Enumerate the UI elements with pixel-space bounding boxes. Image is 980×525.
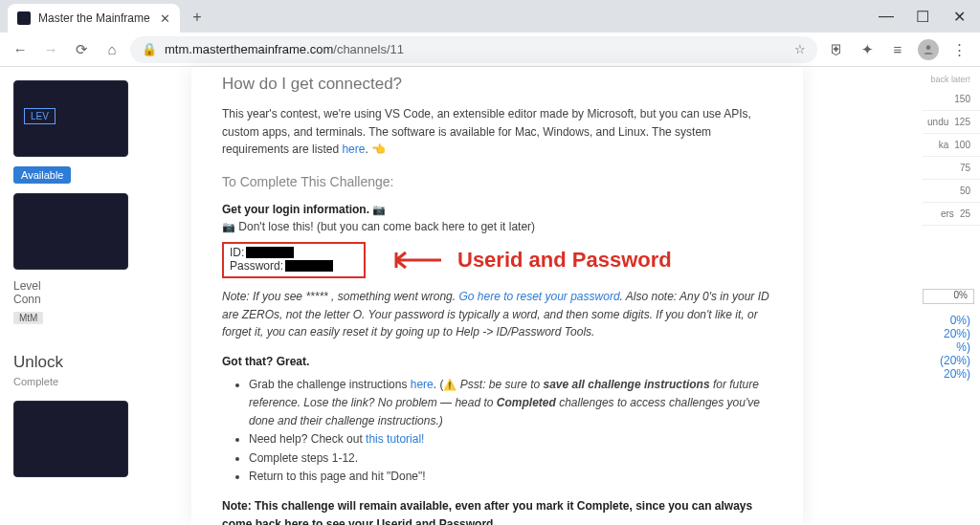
card-label: Level xyxy=(13,279,182,293)
page-body: LEV Available Level Conn MtM Unlock Comp… xyxy=(0,67,980,525)
forward-icon[interactable]: → xyxy=(38,37,63,62)
got-that: Got that? Great. xyxy=(222,353,772,371)
score: 75 xyxy=(960,163,970,173)
browser-tab[interactable]: Master the Mainframe ✕ xyxy=(8,4,180,33)
extensions-icon[interactable]: ✦ xyxy=(854,37,880,62)
list-item: Return to this page and hit "Done"! xyxy=(249,468,772,486)
lock-icon: 🔒 xyxy=(142,42,157,56)
name-frag: undu xyxy=(927,117,948,127)
back-icon[interactable]: ← xyxy=(8,37,33,62)
text-bold: save all challenge instructions xyxy=(544,378,710,391)
text: Don't lose this! (but you can come back … xyxy=(235,220,535,233)
address-bar[interactable]: 🔒 mtm.masterthemainframe.com/channels/11… xyxy=(130,36,817,63)
credentials-box: ID: Password: xyxy=(222,242,366,278)
browser-titlebar: Master the Mainframe ✕ + — ☐ ✕ xyxy=(0,0,980,33)
list-item: Need help? Check out this tutorial! xyxy=(249,430,772,448)
text: . ( xyxy=(434,378,444,391)
annotation: Userid and Password xyxy=(389,248,672,273)
score: 25 xyxy=(960,208,970,219)
browser-navbar: ← → ⟳ ⌂ 🔒 mtm.masterthemainframe.com/cha… xyxy=(0,33,980,67)
text: Note: If you see ***** , something went … xyxy=(222,290,458,303)
tab-favicon xyxy=(17,11,31,25)
score: 100 xyxy=(954,140,970,150)
progress-text: 0% xyxy=(954,290,968,300)
background-sidebar: LEV Available Level Conn MtM Unlock Comp… xyxy=(0,67,182,525)
text: Grab the challenge instructions xyxy=(249,378,411,391)
list-item: Complete steps 1-12. xyxy=(249,449,772,468)
annotation-text: Userid and Password xyxy=(457,248,672,273)
id-redacted xyxy=(246,247,294,258)
password-label: Password: xyxy=(230,259,283,273)
reset-password-link[interactable]: Go here to reset your password xyxy=(458,290,619,303)
progress-bar: 0% xyxy=(923,289,974,304)
intro-paragraph: This year's contest, we're using VS Code… xyxy=(222,105,772,159)
pointing-hand-icon: 👈 xyxy=(371,142,386,156)
camera-icon: 📷 xyxy=(372,204,386,215)
svg-point-0 xyxy=(926,45,931,50)
camera-icon: 📷 xyxy=(222,221,235,232)
minimize-icon[interactable]: — xyxy=(869,3,903,30)
arrow-left-icon xyxy=(389,249,442,272)
name-frag: ka xyxy=(939,140,949,150)
new-tab-button[interactable]: + xyxy=(186,6,209,29)
shield-icon[interactable]: ⛨ xyxy=(823,37,850,62)
available-badge: Available xyxy=(13,166,71,184)
stat-link[interactable]: %) xyxy=(923,340,980,354)
dont-lose-line: 📷 Don't lose this! (but you can come bac… xyxy=(222,218,772,236)
get-login-line: Get your login information. 📷 xyxy=(222,201,772,219)
tutorial-link[interactable]: this tutorial! xyxy=(366,432,424,446)
tab-close-icon[interactable]: ✕ xyxy=(160,11,170,26)
score: 125 xyxy=(954,117,970,127)
challenge-modal: How do I get connected? This year's cont… xyxy=(191,67,803,525)
background-leaderboard: back later! 150 undu125 ka100 75 50 ers2… xyxy=(923,67,980,525)
text-bold: Get your login information. xyxy=(222,203,369,216)
heading-connected: How do I get connected? xyxy=(222,75,772,94)
note-reset: Note: If you see ***** , something went … xyxy=(222,288,772,341)
level-card[interactable] xyxy=(13,401,128,477)
level-card[interactable]: LEV xyxy=(13,80,128,157)
reading-list-icon[interactable]: ≡ xyxy=(884,37,911,62)
list-item: Grab the challenge instructions here. (⚠… xyxy=(249,376,772,429)
system-req-link[interactable]: here xyxy=(342,142,365,156)
reload-icon[interactable]: ⟳ xyxy=(69,37,94,62)
stat-link[interactable]: 20%) xyxy=(923,327,980,340)
sub-heading: To Complete This Challenge: xyxy=(222,174,772,189)
text: Psst: be sure to xyxy=(457,378,543,391)
menu-icon[interactable]: ⋮ xyxy=(946,37,972,62)
password-redacted xyxy=(285,260,333,272)
text: Need help? Check out xyxy=(249,432,366,446)
maximize-icon[interactable]: ☐ xyxy=(905,3,940,30)
text-bold: Completed xyxy=(497,396,556,409)
mtm-tag: MtM xyxy=(13,312,43,324)
home-icon[interactable]: ⌂ xyxy=(100,37,124,62)
stat-link[interactable]: 0%) xyxy=(923,314,980,327)
warning-icon: ⚠️ xyxy=(443,379,457,390)
bookmark-star-icon[interactable]: ☆ xyxy=(794,42,806,56)
score: 150 xyxy=(954,94,970,104)
window-controls: — ☐ ✕ xyxy=(869,0,980,33)
card-label: Conn xyxy=(13,293,182,306)
url-path: /channels/11 xyxy=(333,42,404,56)
stat-link[interactable]: (20%) xyxy=(923,354,980,367)
tab-title: Master the Mainframe xyxy=(38,11,150,25)
text: This year's contest, we're using VS Code… xyxy=(222,107,751,156)
unlock-heading: Unlock xyxy=(13,353,182,372)
note-remain: Note: This challenge will remain availab… xyxy=(222,497,772,525)
close-window-icon[interactable]: ✕ xyxy=(942,3,976,30)
profile-avatar[interactable] xyxy=(915,37,942,62)
id-label: ID: xyxy=(230,246,244,259)
unlock-sub: Complete xyxy=(13,376,182,387)
stat-link[interactable]: 20%) xyxy=(923,367,980,381)
back-later-text: back later! xyxy=(923,67,980,88)
name-frag: ers xyxy=(941,208,954,219)
score: 50 xyxy=(960,186,970,196)
url-domain: mtm.masterthemainframe.com xyxy=(165,42,333,56)
instructions-link[interactable]: here xyxy=(411,378,434,391)
steps-list: Grab the challenge instructions here. (⚠… xyxy=(249,376,772,486)
level-card[interactable] xyxy=(13,193,128,270)
